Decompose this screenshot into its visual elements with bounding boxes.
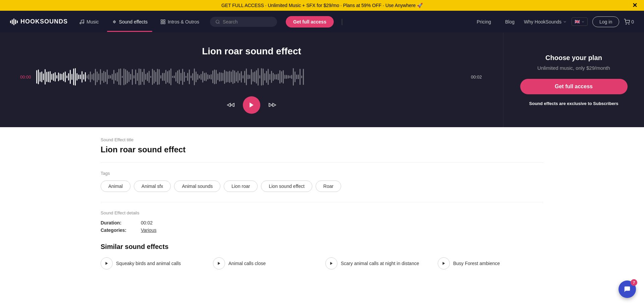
divider-2 xyxy=(101,202,543,202)
waveform-bar xyxy=(266,71,267,83)
waveform-bar xyxy=(145,74,146,80)
waveform-bar xyxy=(224,70,225,84)
waveform-bar xyxy=(284,75,285,79)
waveform-bar xyxy=(253,72,254,81)
waveform-bar xyxy=(58,72,59,81)
nav-music[interactable]: Music xyxy=(74,16,104,27)
waveform-bar xyxy=(50,71,51,83)
choose-plan-title: Choose your plan xyxy=(545,54,602,62)
waveform-bar xyxy=(207,74,208,80)
waveform-bar xyxy=(125,69,126,85)
search-bar[interactable] xyxy=(210,17,277,27)
play-icon xyxy=(442,261,446,265)
waveform[interactable] xyxy=(36,67,467,87)
tag-chip[interactable]: Roar xyxy=(316,181,341,192)
search-input[interactable] xyxy=(223,19,270,24)
waveform-bar xyxy=(61,74,62,80)
similar-play-button[interactable] xyxy=(101,257,113,269)
exclusive-note: Sound effects are exclusive to Subscribe… xyxy=(529,101,619,106)
waveform-bar xyxy=(288,75,289,78)
nav-why-hooksounds[interactable]: Why HookSounds xyxy=(524,19,567,24)
tags-label: Tags xyxy=(101,171,543,176)
play-icon xyxy=(248,102,255,108)
waveform-bar xyxy=(258,68,259,86)
svg-marker-16 xyxy=(106,262,108,265)
waveform-bar xyxy=(105,72,106,82)
waveform-bar xyxy=(268,69,269,85)
waveform-bar xyxy=(172,76,173,78)
similar-play-button[interactable] xyxy=(213,257,225,269)
chevron-down-icon-lang xyxy=(581,20,585,23)
rewind-button[interactable] xyxy=(227,101,235,109)
tag-chip[interactable]: Animal xyxy=(101,181,130,192)
tag-chip[interactable]: Lion sound effect xyxy=(261,181,312,192)
nav-intros-outros[interactable]: Intros & Outros xyxy=(156,16,204,27)
tag-chip[interactable]: Lion roar xyxy=(224,181,258,192)
banner-close-button[interactable]: ✕ xyxy=(632,2,637,9)
waveform-bar xyxy=(113,70,114,84)
nav-pricing[interactable]: Pricing xyxy=(472,16,496,27)
tags-list: AnimalAnimal sfxAnimal soundsLion roarLi… xyxy=(101,181,543,192)
waveform-bar xyxy=(189,69,190,84)
waveform-bar xyxy=(117,72,118,81)
sound-effect-title: Lion roar sound effect xyxy=(101,145,543,154)
similar-item-name: Animal calls close xyxy=(228,261,266,266)
cart-button[interactable]: 0 xyxy=(624,19,634,25)
waveform-bar xyxy=(204,73,205,81)
language-selector[interactable]: 🇬🇧 xyxy=(572,17,588,26)
waveform-bar xyxy=(216,70,217,84)
tag-chip[interactable]: Animal sfx xyxy=(134,181,171,192)
waveform-bar xyxy=(251,69,252,85)
nav-sound-effects[interactable]: Sound effects xyxy=(107,16,152,27)
similar-play-button[interactable] xyxy=(325,257,337,269)
waveform-bar xyxy=(294,71,296,83)
waveform-bar xyxy=(38,69,39,84)
logo[interactable]: HOOKSOUNDS xyxy=(10,18,68,25)
waveform-bar xyxy=(175,72,176,82)
svg-rect-10 xyxy=(163,22,165,24)
svg-marker-17 xyxy=(218,262,220,265)
waveform-bar xyxy=(291,75,292,79)
waveform-bar xyxy=(264,73,265,81)
waveform-bar xyxy=(78,74,79,80)
similar-section: Similar sound effects Squeaky birds and … xyxy=(101,243,543,269)
fast-forward-button[interactable] xyxy=(268,101,276,109)
waveform-bar xyxy=(286,75,287,79)
similar-title: Similar sound effects xyxy=(101,243,543,251)
waveform-bar xyxy=(254,71,255,82)
hero-title: Lion roar sound effect xyxy=(202,46,301,57)
waveform-bar xyxy=(76,73,77,81)
categories-link[interactable]: Various xyxy=(141,227,156,233)
play-icon xyxy=(105,261,109,265)
waveform-bar xyxy=(179,69,180,84)
tags-section: Tags AnimalAnimal sfxAnimal soundsLion r… xyxy=(101,171,543,192)
svg-point-14 xyxy=(629,24,629,24)
waveform-bar xyxy=(222,73,223,81)
svg-point-1 xyxy=(83,22,84,23)
waveform-bar xyxy=(41,71,42,82)
waveform-bar xyxy=(73,68,74,85)
navbar-get-full-access-button[interactable]: Get full access xyxy=(286,16,334,28)
play-icon xyxy=(217,261,221,265)
waveform-bar xyxy=(83,74,84,80)
login-button[interactable]: Log in xyxy=(592,16,619,27)
nav-blog[interactable]: Blog xyxy=(500,16,519,27)
play-button[interactable] xyxy=(243,96,260,114)
duration-row: Duration: 00:02 xyxy=(101,220,543,225)
similar-play-button[interactable] xyxy=(438,257,450,269)
waveform-bar xyxy=(243,75,244,79)
waveform-bar xyxy=(231,71,232,82)
waveform-bar xyxy=(298,74,299,79)
hero-player: Lion roar sound effect 00:00 00:02 xyxy=(0,33,503,127)
banner-text: GET FULL ACCESS · Unlimited Music + SFX … xyxy=(221,3,423,8)
waveform-bar xyxy=(249,75,250,79)
waveform-bar xyxy=(301,75,302,78)
similar-item: Animal calls close xyxy=(213,257,319,269)
hero-get-full-access-button[interactable]: Get full access xyxy=(520,79,628,94)
waveform-bar xyxy=(300,69,301,85)
divider-1 xyxy=(101,162,543,163)
waveform-bar xyxy=(133,75,135,79)
waveform-bar xyxy=(191,75,192,78)
waveform-bar xyxy=(164,73,165,81)
tag-chip[interactable]: Animal sounds xyxy=(174,181,220,192)
